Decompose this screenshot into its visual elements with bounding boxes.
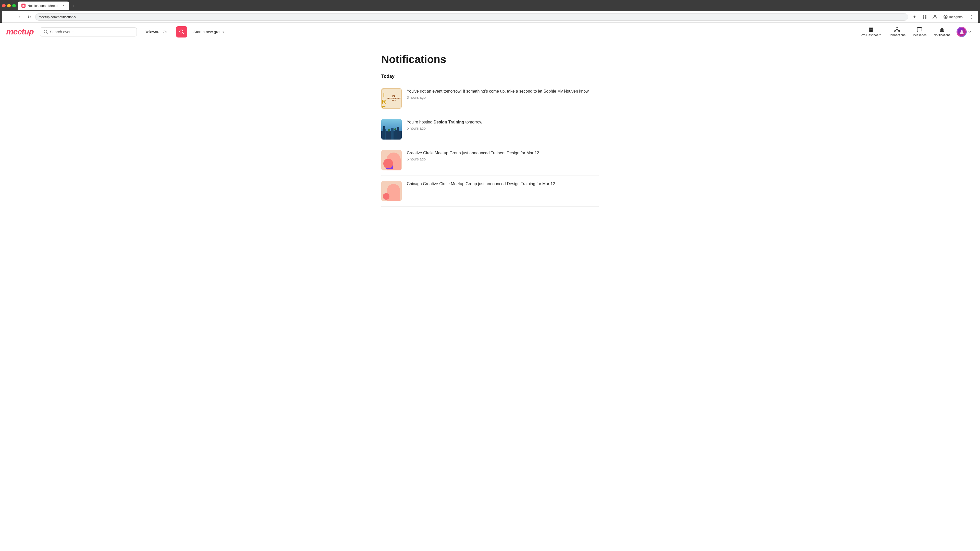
reload-button[interactable]: ↻ bbox=[25, 13, 33, 21]
bell-icon bbox=[939, 27, 945, 33]
notification-item[interactable]: You're hosting Design Training tomorrow … bbox=[381, 114, 599, 145]
incognito-label: Incognito bbox=[949, 15, 963, 19]
browser-menu-button[interactable]: ⋮ bbox=[967, 13, 975, 21]
city-image bbox=[381, 119, 402, 140]
notification-time: 5 hours ago bbox=[407, 157, 599, 161]
search-btn-icon bbox=[179, 29, 184, 35]
messages-label: Messages bbox=[913, 33, 927, 37]
notification-text: You're hosting Design Training tomorrow … bbox=[407, 119, 599, 130]
window-minimize-button[interactable] bbox=[7, 4, 11, 7]
fire-subtitle: IAL INDEPENDENCE, RETI bbox=[387, 95, 401, 102]
svg-point-18 bbox=[961, 30, 963, 32]
today-section-label: Today bbox=[381, 74, 599, 79]
notification-message: You've got an event tomorrow! If somethi… bbox=[407, 88, 599, 94]
window-maximize-button[interactable] bbox=[12, 4, 16, 7]
notifications-label: Notifications bbox=[934, 33, 950, 37]
extensions-button[interactable] bbox=[921, 13, 929, 21]
svg-rect-24 bbox=[391, 128, 393, 140]
search-bar[interactable] bbox=[40, 27, 137, 37]
main-content: Notifications Today F I R E IAL INDEPEND… bbox=[375, 41, 605, 219]
start-new-group-link[interactable]: Start a new group bbox=[193, 30, 224, 34]
browser-chrome: m Notifications | Meetup × + ← → ↻ ★ Inc… bbox=[0, 0, 980, 23]
dashboard-icon bbox=[868, 27, 874, 33]
tab-close-button[interactable]: × bbox=[62, 3, 65, 8]
notification-message: Chicago Creative Circle Meetup Group jus… bbox=[407, 181, 599, 187]
address-bar-row: ← → ↻ ★ Incognito ⋮ bbox=[2, 11, 978, 23]
connections-label: Connections bbox=[888, 33, 905, 37]
search-button[interactable] bbox=[176, 26, 187, 38]
svg-point-16 bbox=[894, 30, 896, 32]
svg-rect-23 bbox=[387, 132, 390, 140]
pro-dashboard-label: Pro Dashboard bbox=[861, 33, 881, 37]
incognito-indicator: Incognito bbox=[941, 14, 965, 20]
svg-point-15 bbox=[896, 27, 898, 30]
notification-time: 3 hours ago bbox=[407, 95, 599, 100]
svg-rect-13 bbox=[869, 30, 871, 32]
svg-rect-2 bbox=[923, 15, 924, 17]
fire-letters: F I R E bbox=[382, 88, 387, 109]
svg-point-28 bbox=[394, 128, 396, 130]
notification-thumbnail: F I R E IAL INDEPENDENCE, RETI bbox=[381, 88, 402, 109]
forward-button[interactable]: → bbox=[15, 13, 23, 21]
window-close-button[interactable] bbox=[2, 4, 6, 7]
pink-circle-shape-2 bbox=[383, 193, 390, 200]
notification-thumbnail bbox=[381, 119, 402, 140]
svg-rect-3 bbox=[925, 15, 926, 17]
notification-item[interactable]: F I R E IAL INDEPENDENCE, RETI You've go… bbox=[381, 83, 599, 114]
svg-rect-12 bbox=[871, 27, 873, 30]
tab-bar: m Notifications | Meetup × + bbox=[18, 2, 77, 10]
location-text: Delaware, OH bbox=[145, 30, 169, 34]
notification-item[interactable]: Creative Circle Meetup Group just announ… bbox=[381, 145, 599, 176]
chevron-down-icon bbox=[968, 30, 972, 34]
notif-prefix: You're hosting bbox=[407, 120, 434, 124]
notification-message: Creative Circle Meetup Group just announ… bbox=[407, 150, 599, 156]
meetup-logo[interactable]: meetup bbox=[6, 27, 34, 37]
app-header: meetup Delaware, OH Start a new group Pr… bbox=[0, 23, 980, 41]
back-button[interactable]: ← bbox=[5, 13, 13, 21]
notification-item[interactable]: Chicago Creative Circle Meetup Group jus… bbox=[381, 176, 599, 206]
location-display[interactable]: Delaware, OH bbox=[141, 27, 172, 36]
tab-favicon: m bbox=[21, 3, 25, 8]
svg-rect-14 bbox=[871, 30, 873, 32]
svg-rect-4 bbox=[923, 17, 924, 19]
search-input[interactable] bbox=[50, 30, 133, 34]
messages-nav[interactable]: Messages bbox=[910, 25, 930, 38]
notification-list: F I R E IAL INDEPENDENCE, RETI You've go… bbox=[381, 83, 599, 206]
svg-point-8 bbox=[945, 16, 946, 17]
notification-text: Chicago Creative Circle Meetup Group jus… bbox=[407, 181, 599, 188]
notif-bold: Design Training bbox=[434, 120, 464, 124]
connections-nav[interactable]: Connections bbox=[885, 25, 908, 38]
notif-suffix: tomorrow bbox=[464, 120, 482, 124]
notification-message: You're hosting Design Training tomorrow bbox=[407, 119, 599, 125]
profile-button[interactable] bbox=[931, 13, 939, 21]
tab-title: Notifications | Meetup bbox=[27, 4, 59, 8]
pro-dashboard-nav[interactable]: Pro Dashboard bbox=[858, 25, 884, 38]
svg-rect-5 bbox=[925, 17, 926, 19]
notification-text: You've got an event tomorrow! If somethi… bbox=[407, 88, 599, 100]
svg-rect-26 bbox=[397, 127, 399, 140]
notification-thumbnail bbox=[381, 181, 402, 201]
nav-icons: Pro Dashboard Connections Messages Notif… bbox=[858, 25, 974, 38]
svg-text:m: m bbox=[22, 4, 25, 7]
window-controls bbox=[2, 4, 16, 7]
svg-rect-11 bbox=[869, 27, 871, 30]
new-tab-button[interactable]: + bbox=[70, 3, 77, 10]
active-tab[interactable]: m Notifications | Meetup × bbox=[18, 2, 69, 10]
messages-icon bbox=[916, 27, 923, 33]
svg-point-17 bbox=[898, 30, 900, 32]
notifications-nav[interactable]: Notifications bbox=[931, 25, 953, 38]
notification-time: 5 hours ago bbox=[407, 126, 599, 130]
connections-icon bbox=[894, 27, 900, 33]
svg-rect-22 bbox=[383, 126, 385, 140]
avatar-inner bbox=[958, 28, 966, 36]
notification-text: Creative Circle Meetup Group just announ… bbox=[407, 150, 599, 161]
bookmark-button[interactable]: ★ bbox=[910, 13, 918, 21]
svg-point-27 bbox=[388, 129, 390, 132]
address-input[interactable] bbox=[35, 13, 908, 21]
notification-thumbnail bbox=[381, 150, 402, 170]
page-title: Notifications bbox=[381, 53, 599, 65]
pink-circle-shape bbox=[383, 159, 393, 168]
avatar bbox=[956, 27, 967, 37]
user-avatar-area[interactable] bbox=[955, 26, 974, 38]
search-icon bbox=[44, 30, 48, 34]
